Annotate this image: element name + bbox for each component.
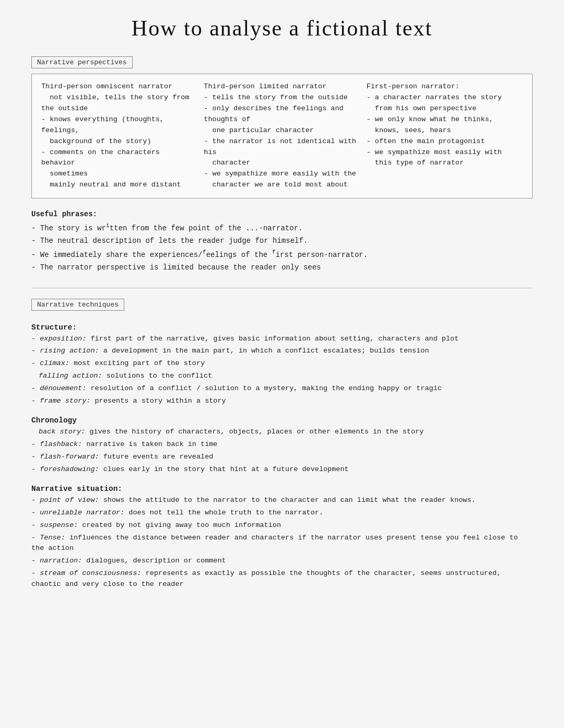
narrative-perspectives-box: Third-person omniscent narrator not visi… (31, 74, 533, 198)
chronology-subsection: Chronology back story: gives the history… (31, 416, 533, 475)
page-title: How to analyse a fictional text (31, 16, 533, 41)
list-item: - unreliable narrator: does not tell the… (31, 508, 533, 519)
structure-title: Structure: (31, 323, 533, 332)
list-item: - The story is written from the few poin… (31, 221, 533, 234)
chronology-title: Chronology (31, 416, 533, 425)
useful-phrases-list: - The story is written from the few poin… (31, 221, 533, 273)
list-item: - Tense: influences the distance between… (31, 533, 533, 555)
section-divider (31, 288, 533, 288)
narrative-situation-subsection: Narrative situation: - point of view: sh… (31, 485, 533, 590)
narrative-perspectives-section: Narrative perspectives Third-person omni… (31, 56, 533, 198)
narrative-techniques-section: Narrative techniques Structure: - exposi… (31, 299, 533, 591)
list-item: falling action: solutions to the conflic… (31, 371, 533, 382)
narrative-techniques-label: Narrative techniques (31, 299, 124, 311)
narrative-situation-list: - point of view: shows the attitude to t… (31, 495, 533, 590)
list-item: - flashback: narrative is taken back in … (31, 439, 533, 450)
list-item: - narration: dialogues, description or c… (31, 556, 533, 567)
list-item: - rising action: a development in the ma… (31, 346, 533, 357)
narrative-perspectives-label: Narrative perspectives (31, 56, 133, 68)
page: How to analyse a fictional text Narrativ… (0, 0, 564, 728)
list-item: - flash-forward: future events are revea… (31, 452, 533, 463)
list-item: - frame story: presents a story within a… (31, 396, 533, 407)
list-item: - point of view: shows the attitude to t… (31, 495, 533, 506)
useful-phrases-section: Useful phrases: - The story is written f… (31, 210, 533, 273)
list-item: - The narrator perspective is limited be… (31, 262, 533, 273)
useful-phrases-title: Useful phrases: (31, 210, 533, 218)
chronology-list: back story: gives the history of charact… (31, 427, 533, 475)
list-item: - stream of consciousness: represents as… (31, 568, 533, 590)
np-col-2: Third-person limited narrator - tells th… (204, 81, 366, 191)
list-item: - suspense: created by not giving away t… (31, 520, 533, 531)
list-item: - dénouement: resolution of a conflict /… (31, 383, 533, 394)
np-col-1-text: Third-person omniscent narrator not visi… (41, 83, 190, 189)
list-item: back story: gives the history of charact… (31, 427, 533, 438)
structure-list: - exposition: first part of the narrativ… (31, 334, 533, 407)
structure-subsection: Structure: - exposition: first part of t… (31, 323, 533, 407)
np-col-3-text: First-person narrator: - a character nar… (367, 83, 502, 167)
list-item: - foreshadowing: clues early in the stor… (31, 464, 533, 475)
list-item: - We immediately share the experiences/f… (31, 248, 533, 261)
narrative-situation-title: Narrative situation: (31, 485, 533, 493)
list-item: - climax: most exciting part of the stor… (31, 358, 533, 369)
np-col-1: Third-person omniscent narrator not visi… (41, 81, 204, 191)
list-item: - The neutral description of lets the re… (31, 236, 533, 246)
list-item: - exposition: first part of the narrativ… (31, 334, 533, 345)
np-col-2-text: Third-person limited narrator - tells th… (204, 83, 356, 189)
np-col-3: First-person narrator: - a character nar… (367, 81, 523, 191)
